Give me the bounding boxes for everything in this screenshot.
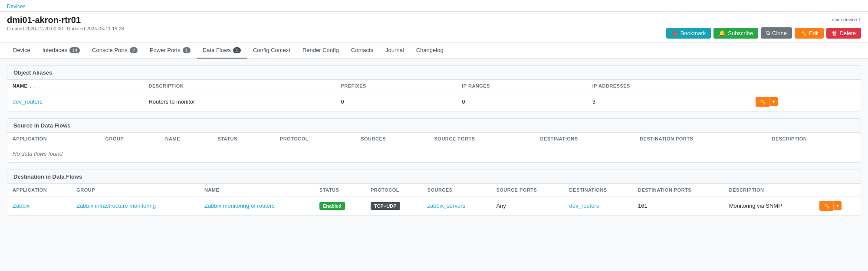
col-actions (750, 80, 861, 92)
tab-bar: Device Interfaces 14 Console Ports 2 Pow… (0, 42, 868, 59)
tab-render-config[interactable]: Render Config (296, 42, 345, 59)
tab-device[interactable]: Device (7, 42, 36, 59)
dst-group: Zabbix infrastructure monitoring (71, 196, 199, 215)
object-aliases-table: NAME ↓ DESCRIPTION PREFIXES IP RANGES IP… (7, 80, 861, 111)
tab-contacts[interactable]: Contacts (345, 42, 379, 59)
object-aliases-header: Object Aliases (7, 66, 861, 80)
edit-icon: ✏️ (800, 30, 807, 36)
dst-protocol: TCP+UDP (365, 196, 422, 215)
dst-description: Monitoring via SNMP (724, 196, 814, 215)
dst-destination-ports: 161 (633, 196, 724, 215)
dst-col-description: DESCRIPTION (724, 184, 814, 196)
destination-data-flows-section: Destination in Data Flows APPLICATION GR… (7, 170, 861, 215)
source-data-flows-header: Source in Data Flows (7, 119, 861, 133)
tab-data-flows[interactable]: Data Flows 1 (197, 42, 247, 59)
table-row: No data flows found (7, 145, 861, 163)
col-ip-ranges: IP RANGES (457, 80, 587, 92)
dst-col-sources: SOURCES (422, 184, 491, 196)
source-data-flows-section: Source in Data Flows APPLICATION GROUP N… (7, 118, 861, 163)
row-dropdown-button[interactable]: ▾ (769, 97, 778, 106)
dst-name: Zabbix monitoring of routers (199, 196, 314, 215)
tab-journal[interactable]: Journal (379, 42, 410, 59)
dst-destinations: dev_routers (564, 196, 633, 215)
alias-actions: ✏️ ▾ (750, 92, 861, 111)
tab-changelog[interactable]: Changelog (410, 42, 450, 59)
table-row: Zabbix Zabbix infrastructure monitoring … (7, 196, 861, 215)
bell-icon: 🔔 (719, 30, 726, 36)
dst-source-ports: Any (491, 196, 564, 215)
bookmark-button[interactable]: 🔖 Bookmark (666, 28, 711, 39)
dst-col-status: STATUS (314, 184, 365, 196)
table-row: dev_routers Routers to monitor 0 0 3 ✏️ … (7, 92, 861, 111)
bookmark-icon: 🔖 (671, 30, 678, 36)
trash-icon: 🗑 (832, 30, 837, 36)
src-col-group: GROUP (100, 133, 160, 145)
devices-breadcrumb[interactable]: Devices (7, 3, 26, 10)
src-col-name: NAME (160, 133, 213, 145)
row-edit-button[interactable]: ✏️ (819, 201, 833, 211)
clone-icon: ⧉ (766, 29, 770, 36)
src-col-status: STATUS (212, 133, 274, 145)
dst-col-application: APPLICATION (7, 184, 71, 196)
delete-button[interactable]: 🗑 Delete (826, 28, 861, 39)
col-description: DESCRIPTION (143, 80, 335, 92)
subscribe-button[interactable]: 🔔 Subscribe (713, 28, 758, 39)
edit-button[interactable]: ✏️ Edit (795, 28, 824, 39)
dst-actions: ✏️ ▾ (814, 196, 861, 215)
src-col-source-ports: SOURCE PORTS (429, 133, 535, 145)
app-label: dcim.device:1 (666, 15, 861, 24)
source-data-flows-table: APPLICATION GROUP NAME STATUS PROTOCOL S… (7, 133, 861, 162)
tab-power-ports[interactable]: Power Ports 1 (144, 42, 197, 59)
no-data-message: No data flows found (7, 145, 861, 163)
src-col-destinations: DESTINATIONS (535, 133, 635, 145)
src-col-sources: SOURCES (355, 133, 429, 145)
src-col-description: DESCRIPTION (767, 133, 861, 145)
src-col-destination-ports: DESTINATION PORTS (635, 133, 766, 145)
row-dropdown-button[interactable]: ▾ (833, 201, 842, 210)
dst-application: Zabbix (7, 196, 71, 215)
alias-prefixes: 0 (335, 92, 457, 111)
page-title: dmi01-akron-rtr01 (7, 15, 124, 25)
dst-col-protocol: PROTOCOL (365, 184, 422, 196)
object-aliases-section: Object Aliases NAME ↓ DESCRIPTION PREFIX… (7, 65, 861, 111)
src-col-protocol: PROTOCOL (275, 133, 355, 145)
dst-col-group: GROUP (71, 184, 199, 196)
dst-status: Enabled (314, 196, 365, 215)
destination-data-flows-table: APPLICATION GROUP NAME STATUS PROTOCOL S… (7, 184, 861, 215)
dst-col-destinations: DESTINATIONS (564, 184, 633, 196)
col-ip-addresses: IP ADDRESSES (587, 80, 751, 92)
clone-button[interactable]: ⧉ Clone (761, 27, 792, 39)
src-col-application: APPLICATION (7, 133, 100, 145)
destination-data-flows-header: Destination in Data Flows (7, 170, 861, 184)
alias-ip-addresses: 3 (587, 92, 751, 111)
alias-ip-ranges: 0 (457, 92, 587, 111)
alias-name: dev_routers (7, 92, 143, 111)
dst-col-source-ports: SOURCE PORTS (491, 184, 564, 196)
tab-config-context[interactable]: Config Context (247, 42, 296, 59)
dst-col-destination-ports: DESTINATION PORTS (633, 184, 724, 196)
tab-console-ports[interactable]: Console Ports 2 (86, 42, 144, 59)
dst-sources: zabbix_servers (422, 196, 491, 215)
alias-description: Routers to monitor (143, 92, 335, 111)
col-prefixes: PREFIXES (335, 80, 457, 92)
row-edit-button[interactable]: ✏️ (756, 97, 769, 107)
dst-col-actions (814, 184, 861, 196)
page-subtitle: Created 2020-12-20 00:00 · Updated 2024-… (7, 26, 124, 31)
tab-interfaces[interactable]: Interfaces 14 (36, 42, 86, 59)
dst-col-name: NAME (199, 184, 314, 196)
col-name: NAME ↓ (7, 80, 143, 92)
